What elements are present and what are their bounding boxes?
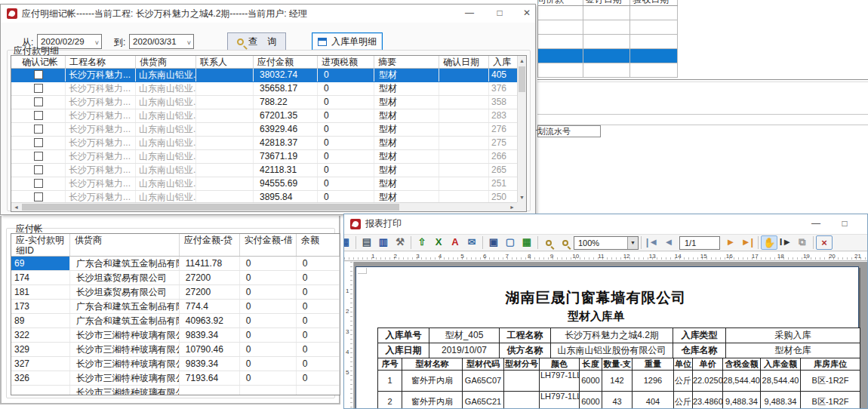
vertical-scrollbar[interactable]: ▲ ▼ bbox=[517, 56, 526, 202]
close-button[interactable]: ✕ bbox=[517, 6, 537, 21]
payable-detail-row[interactable]: 长沙万科魅力...山东南山铝业...42118.310型材265 bbox=[11, 164, 519, 177]
close-button[interactable]: ✕ bbox=[863, 217, 868, 232]
payable-account-table[interactable]: 应-实付款明细ID供货商应付金额-贷实付金额-借余额 69广东合和建筑五金制品有… bbox=[11, 233, 340, 395]
confirm-checkbox[interactable] bbox=[34, 179, 43, 188]
column-header[interactable]: 应付金额-贷 bbox=[180, 234, 240, 256]
column-header[interactable]: 确认记帐 bbox=[11, 56, 66, 68]
payable-account-row[interactable]: 327长沙市三湘特种玻璃有限公司9839.3400 bbox=[11, 357, 340, 371]
maximize-button[interactable]: □ bbox=[490, 6, 509, 21]
options-icon[interactable]: ⚒ bbox=[392, 235, 408, 250]
page-setup-icon[interactable]: ▥ bbox=[375, 235, 392, 250]
maximize-button[interactable]: □ bbox=[835, 217, 854, 232]
scrollbar-thumb[interactable] bbox=[519, 66, 525, 92]
table-row[interactable] bbox=[538, 6, 678, 20]
confirm-checkbox[interactable] bbox=[34, 192, 43, 201]
export-icon[interactable]: ⇧ bbox=[414, 235, 430, 250]
column-header[interactable]: 应付金额 bbox=[254, 56, 318, 68]
column-header[interactable]: 实付金额-借 bbox=[240, 234, 297, 256]
zoom-out-icon[interactable] bbox=[557, 235, 574, 250]
column-header[interactable]: 联系人 bbox=[196, 56, 254, 68]
column-header[interactable]: 余额 bbox=[297, 234, 340, 256]
table-cell: 型材 bbox=[374, 109, 439, 122]
payable-account-row[interactable]: 173广东合和建筑五金制品有限公司774.400 bbox=[11, 300, 340, 314]
column-header[interactable]: 供货商 bbox=[136, 56, 196, 68]
to-date-select[interactable]: 2020/03/31 ˅ bbox=[129, 34, 194, 49]
preview-icon[interactable]: ▦ bbox=[344, 235, 353, 250]
inbound-detail-button[interactable]: 入库单明细 bbox=[312, 32, 383, 51]
table-cell: 0 bbox=[318, 177, 374, 190]
save-icon[interactable]: ▣ bbox=[485, 235, 502, 250]
confirm-checkbox[interactable] bbox=[34, 111, 43, 120]
report-preview-area[interactable]: 12345 湖南巨晟门窗幕墙有限公司 型材入库单 入库单号型材_405工程名称长… bbox=[344, 262, 867, 408]
payable-detail-row[interactable]: 长沙万科魅力...山东南山铝业...35658.170型材376 bbox=[11, 82, 519, 96]
text-select-icon[interactable]: I► bbox=[777, 235, 794, 250]
scroll-up-icon[interactable]: ▲ bbox=[518, 56, 526, 66]
payable-detail-table[interactable]: 确认记帐工程名称供货商联系人应付金额进项税额摘要确认日期入库 长沙万科魅力...… bbox=[11, 55, 527, 212]
payable-account-row[interactable]: 326长沙市三湘特种玻璃有限公司7193.6400 bbox=[11, 371, 340, 386]
zoom-level-select[interactable]: 100%▼ bbox=[574, 236, 639, 250]
zoom-in-icon[interactable] bbox=[540, 235, 557, 250]
copy-page-icon[interactable]: ⧉ bbox=[794, 235, 811, 250]
open-report-icon[interactable]: ▢ bbox=[502, 235, 519, 250]
confirm-checkbox[interactable] bbox=[34, 165, 43, 174]
payable-account-row[interactable]: 89广东合和建筑五金制品有限公司40963.9200 bbox=[11, 314, 340, 328]
chevron-down-icon[interactable]: ▼ bbox=[627, 237, 638, 249]
hand-tool-icon[interactable]: ✋ bbox=[761, 235, 777, 250]
prev-page-icon[interactable]: ◄ bbox=[660, 235, 677, 250]
next-page-icon[interactable]: ► bbox=[722, 235, 739, 250]
column-header[interactable]: 确认日期 bbox=[439, 56, 489, 68]
grid-export-icon[interactable]: ▦ bbox=[519, 235, 535, 250]
payable-detail-row[interactable]: 长沙万科魅力...山东南山铝业...42818.370型材275 bbox=[11, 137, 519, 150]
confirm-checkbox[interactable] bbox=[34, 84, 43, 93]
payable-account-row[interactable]: 329长沙市三湘特种玻璃有限公司10790.4600 bbox=[11, 343, 340, 357]
confirm-checkbox[interactable] bbox=[34, 97, 43, 106]
payable-account-row[interactable]: 长沙市三湘特种玻璃有限公司 bbox=[11, 386, 340, 395]
payable-detail-row[interactable]: 长沙万科魅力...山东南山铝业...3895.840型材250 bbox=[11, 191, 519, 202]
print-icon[interactable]: ▤ bbox=[359, 235, 375, 250]
scrollbar-thumb[interactable] bbox=[22, 204, 399, 211]
close-preview-icon[interactable]: × bbox=[816, 235, 833, 250]
column-header[interactable]: 工程名称 bbox=[66, 56, 136, 68]
page-number-input[interactable]: 1/1 bbox=[679, 236, 720, 250]
payable-detail-row[interactable]: 长沙万科魅力...山东南山铝业...63929.460型材276 bbox=[11, 123, 519, 137]
confirm-checkbox[interactable] bbox=[34, 70, 43, 79]
confirm-checkbox[interactable] bbox=[34, 125, 43, 134]
table-row[interactable] bbox=[538, 35, 678, 49]
payable-detail-row[interactable]: 长沙万科魅力...山东南山铝业...788.220型材358 bbox=[11, 96, 519, 109]
email-icon[interactable]: ✉ bbox=[463, 235, 480, 250]
column-header[interactable]: 进项税额 bbox=[318, 56, 374, 68]
column-header: 型材代码 bbox=[463, 358, 504, 371]
horizontal-scrollbar[interactable]: ◄ ► bbox=[11, 202, 517, 211]
payable-detail-row[interactable]: 长沙万科魅力...山东南山铝业...73671.190型材266 bbox=[11, 150, 519, 164]
minimize-button[interactable]: — bbox=[460, 6, 479, 21]
payable-detail-row[interactable]: 长沙万科魅力...山东南山铝业...94555.690型材251 bbox=[11, 177, 519, 191]
titlebar[interactable]: 应付明细记帐------当前工程: 长沙万科魅力之城4.2期------当前用户… bbox=[1, 5, 535, 23]
pdf-export-icon[interactable]: A bbox=[447, 235, 463, 250]
titlebar[interactable]: 报表打印 — □ ✕ bbox=[344, 214, 867, 234]
column-header[interactable]: 供货商 bbox=[70, 234, 180, 256]
payable-account-row[interactable]: 322长沙市三湘特种玻璃有限公司9839.3400 bbox=[11, 328, 340, 343]
scroll-down-icon[interactable]: ▼ bbox=[518, 192, 526, 202]
scroll-right-icon[interactable]: ► bbox=[507, 203, 517, 211]
column-header[interactable]: 入库 bbox=[489, 56, 518, 68]
payable-account-row[interactable]: 174长沙坦森贸易有限公司2720000 bbox=[11, 271, 340, 285]
table-row[interactable] bbox=[538, 20, 678, 35]
confirm-checkbox[interactable] bbox=[34, 152, 43, 161]
table-row[interactable] bbox=[538, 49, 678, 63]
table-cell bbox=[538, 20, 583, 34]
confirm-checkbox[interactable] bbox=[34, 138, 43, 147]
excel-export-icon[interactable]: X bbox=[430, 235, 447, 250]
scroll-left-icon[interactable]: ◄ bbox=[11, 203, 21, 211]
column-header[interactable]: 应-实付款明细ID bbox=[11, 234, 70, 256]
last-page-icon[interactable]: ►| bbox=[739, 235, 756, 250]
payable-detail-row[interactable]: 长沙万科魅力...山东南山铝业...67201.350型材283 bbox=[11, 109, 519, 123]
query-button[interactable]: 查 询 bbox=[227, 32, 286, 51]
column-header: 数量-支 bbox=[602, 358, 633, 371]
column-header[interactable]: 摘要 bbox=[374, 56, 439, 68]
table-row[interactable] bbox=[538, 63, 678, 78]
first-page-icon[interactable]: |◄ bbox=[644, 235, 660, 250]
payable-account-row[interactable]: 181长沙坦森贸易有限公司2720000 bbox=[11, 285, 340, 300]
payable-detail-row[interactable]: 长沙万科魅力...山东南山铝业...38032.740型材405 bbox=[11, 69, 519, 82]
payable-account-row[interactable]: 69广东合和建筑五金制品有限公司11411.7800 bbox=[11, 257, 340, 271]
minimize-button[interactable]: — bbox=[806, 217, 826, 232]
